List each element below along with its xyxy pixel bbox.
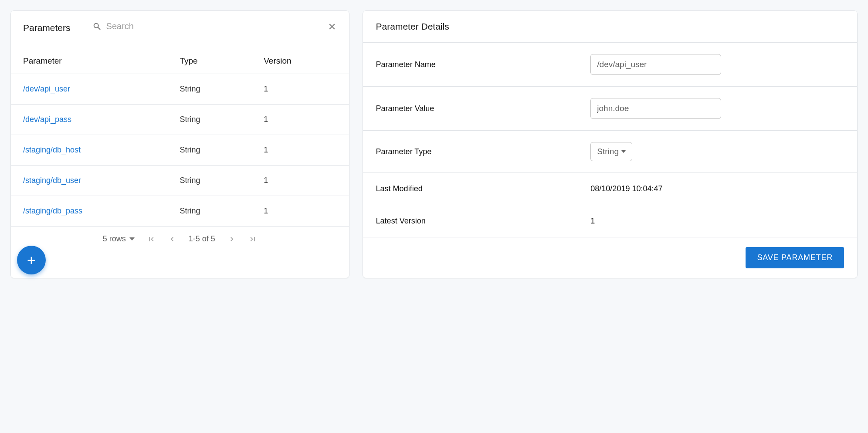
caret-down-icon bbox=[129, 237, 135, 240]
last-modified-value: 08/10/2019 10:04:47 bbox=[590, 184, 662, 193]
parameter-link[interactable]: /dev/api_pass bbox=[23, 115, 71, 124]
pagination-bar: 5 rows 1-5 of 5 bbox=[11, 226, 349, 251]
latest-version-label: Latest Version bbox=[376, 216, 582, 226]
details-title: Parameter Details bbox=[363, 11, 857, 43]
parameters-panel: Parameters Parameter Type Version /dev/a… bbox=[10, 10, 349, 278]
prev-page-icon[interactable] bbox=[168, 235, 176, 244]
parameter-link[interactable]: /staging/db_user bbox=[23, 176, 81, 185]
parameter-type-cell: String bbox=[167, 135, 251, 166]
param-type-value: String bbox=[597, 147, 619, 156]
parameter-type-cell: String bbox=[167, 74, 251, 105]
parameter-type-cell: String bbox=[167, 105, 251, 135]
last-modified-label: Last Modified bbox=[376, 184, 582, 193]
parameters-title: Parameters bbox=[23, 23, 84, 33]
table-row: /staging/db_hostString1 bbox=[11, 135, 349, 166]
table-row: /dev/api_userString1 bbox=[11, 74, 349, 105]
parameter-details-panel: Parameter Details Parameter Name Paramet… bbox=[363, 10, 858, 278]
save-parameter-button[interactable]: SAVE PARAMETER bbox=[746, 247, 844, 268]
parameter-type-cell: String bbox=[167, 166, 251, 196]
parameter-link[interactable]: /staging/db_host bbox=[23, 145, 81, 154]
parameter-version-cell: 1 bbox=[251, 166, 349, 196]
latest-version-value: 1 bbox=[590, 216, 595, 226]
param-type-select[interactable]: String bbox=[590, 142, 632, 161]
parameters-table: Parameter Type Version /dev/api_userStri… bbox=[11, 48, 349, 226]
parameter-version-cell: 1 bbox=[251, 196, 349, 227]
add-parameter-fab[interactable]: + bbox=[17, 246, 46, 274]
parameter-type-cell: String bbox=[167, 196, 251, 227]
first-page-icon[interactable] bbox=[147, 235, 156, 244]
pagination-range: 1-5 of 5 bbox=[189, 234, 215, 244]
parameter-version-cell: 1 bbox=[251, 135, 349, 166]
rows-per-page-select[interactable]: 5 rows bbox=[103, 234, 135, 244]
parameter-version-cell: 1 bbox=[251, 74, 349, 105]
search-icon bbox=[92, 22, 102, 31]
param-value-input[interactable] bbox=[590, 98, 721, 119]
parameter-link[interactable]: /dev/api_user bbox=[23, 85, 70, 93]
col-parameter: Parameter bbox=[11, 48, 167, 74]
parameter-link[interactable]: /staging/db_pass bbox=[23, 206, 82, 215]
table-row: /staging/db_passString1 bbox=[11, 196, 349, 227]
clear-search-button[interactable] bbox=[327, 22, 337, 31]
rows-per-page-label: 5 rows bbox=[103, 234, 126, 244]
table-row: /staging/db_userString1 bbox=[11, 166, 349, 196]
search-input[interactable] bbox=[106, 21, 323, 31]
col-version: Version bbox=[251, 48, 349, 74]
caret-down-icon bbox=[621, 150, 626, 153]
param-value-label: Parameter Value bbox=[376, 104, 582, 113]
search-field-wrap bbox=[92, 20, 337, 36]
param-name-input[interactable] bbox=[590, 54, 721, 75]
param-name-label: Parameter Name bbox=[376, 60, 582, 69]
param-type-label: Parameter Type bbox=[376, 147, 582, 156]
col-type: Type bbox=[167, 48, 251, 74]
next-page-icon[interactable] bbox=[227, 235, 236, 244]
table-row: /dev/api_passString1 bbox=[11, 105, 349, 135]
last-page-icon[interactable] bbox=[248, 235, 257, 244]
close-icon bbox=[327, 22, 337, 31]
parameter-version-cell: 1 bbox=[251, 105, 349, 135]
